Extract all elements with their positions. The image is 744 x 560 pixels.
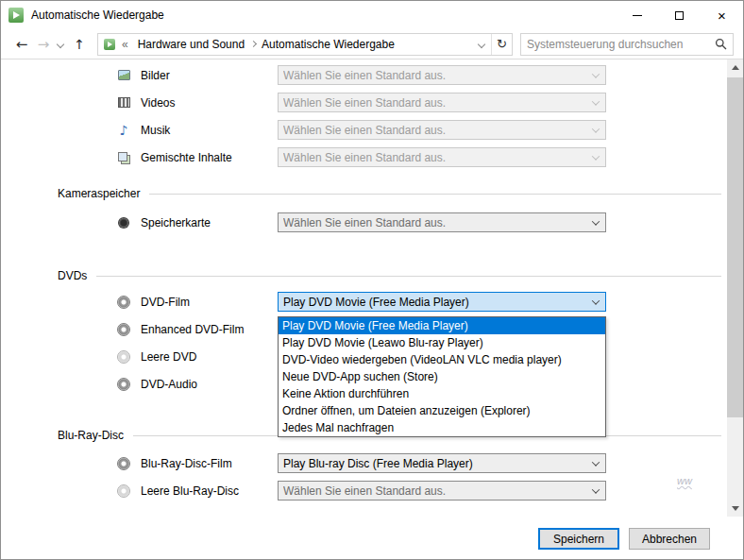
dropdown-option-nachfragen[interactable]: Jedes Mal nachfragen: [279, 419, 605, 436]
cancel-button[interactable]: Abbrechen: [629, 528, 710, 550]
minimize-icon: [633, 15, 642, 16]
forward-button[interactable]: →: [33, 36, 54, 53]
address-dropdown-button[interactable]: [472, 34, 491, 55]
dropdown-option-play-dvd-free-media-player[interactable]: Play DVD Movie (Free Media Player): [279, 317, 605, 334]
row-videos: Videos Wählen Sie einen Standard aus.: [1, 89, 729, 116]
chevron-down-icon: [588, 461, 602, 467]
dvd-audio-icon: [116, 377, 131, 392]
chevron-shape: [591, 152, 599, 160]
address-bar[interactable]: « Hardware und Sound Automatische Wieder…: [97, 33, 513, 56]
chevron-down-icon: [588, 488, 602, 494]
dropdown-option-store-app[interactable]: Neue DVD-App suchen (Store): [279, 368, 605, 385]
blank-blu-ray-icon-shape: [117, 484, 130, 498]
chevron-right-icon: [250, 41, 257, 47]
row-label: Bilder: [141, 69, 170, 82]
maximize-icon: [675, 11, 684, 20]
chevron-down-icon: [478, 40, 485, 47]
watermark: ww: [677, 475, 692, 486]
refresh-button[interactable]: ↻: [491, 34, 512, 55]
breadcrumb-separator-icon[interactable]: [248, 42, 258, 46]
combo-value: Wählen Sie einen Standard aus.: [283, 69, 588, 82]
chevron-shape: [591, 97, 599, 105]
breadcrumb-overflow-icon[interactable]: «: [122, 38, 128, 51]
chevron-down-icon: [588, 299, 602, 305]
breadcrumb: « Hardware und Sound Automatische Wieder…: [98, 34, 472, 55]
row-label: Gemischte Inhalte: [141, 151, 232, 164]
section-title: Blu-Ray-Disc: [58, 429, 124, 442]
dropdown-option-play-dvd-leawo[interactable]: Play DVD Movie (Leawo Blu-ray Player): [279, 334, 605, 351]
search-box[interactable]: [520, 33, 734, 56]
footer-button-bar: Speichern Abbrechen: [1, 517, 743, 560]
minimize-button[interactable]: [616, 1, 658, 29]
blu-ray-icon: [116, 456, 131, 471]
dvd-film-dropdown-list: Play DVD Movie (Free Media Player) Play …: [278, 316, 606, 437]
memory-card-icon-shape: [118, 217, 129, 229]
row-label: Blu-Ray-Disc-Film: [141, 457, 232, 470]
combo-value: Wählen Sie einen Standard aus.: [283, 216, 588, 229]
breadcrumb-automatische-wiedergabe[interactable]: Automatische Wiedergabe: [258, 38, 398, 51]
combo-value: Play DVD Movie (Free Media Player): [283, 296, 588, 309]
chevron-down-icon: [588, 155, 602, 161]
dropdown-option-keine-aktion[interactable]: Keine Aktion durchführen: [279, 385, 605, 402]
combo-value: Wählen Sie einen Standard aus.: [283, 151, 588, 164]
window-title: Automatische Wiedergabe: [31, 8, 164, 22]
chevron-down-icon: [57, 40, 64, 47]
section-divider: [149, 194, 721, 195]
autoplay-settings-panel: Bilder Wählen Sie einen Standard aus. Vi…: [1, 59, 743, 517]
blank-blu-ray-icon: [116, 484, 131, 499]
combo-value: Wählen Sie einen Standard aus.: [283, 124, 588, 137]
settings-list: Bilder Wählen Sie einen Standard aus. Vi…: [1, 59, 729, 504]
history-dropdown-button[interactable]: [54, 42, 67, 47]
window-controls: ×: [616, 1, 743, 29]
blu-ray-icon-shape: [117, 457, 130, 470]
leere-blu-ray-disc-select[interactable]: Wählen Sie einen Standard aus.: [278, 481, 606, 501]
up-button[interactable]: ↑: [67, 37, 92, 52]
videos-default-select[interactable]: Wählen Sie einen Standard aus.: [278, 93, 606, 112]
scroll-down-button[interactable]: [727, 501, 743, 517]
section-title: Kameraspeicher: [58, 187, 140, 200]
blank-dvd-icon-shape: [117, 350, 130, 364]
search-input[interactable]: [527, 38, 715, 51]
row-label: Musik: [141, 124, 170, 137]
chevron-shape: [591, 485, 599, 493]
scrollbar-thumb[interactable]: [727, 77, 743, 417]
breadcrumb-hardware-und-sound[interactable]: Hardware und Sound: [134, 38, 248, 51]
title-bar: Automatische Wiedergabe ×: [1, 1, 743, 29]
row-bilder: Bilder Wählen Sie einen Standard aus.: [1, 61, 729, 89]
speicherkarte-default-select[interactable]: Wählen Sie einen Standard aus.: [278, 212, 606, 232]
row-label: DVD-Audio: [141, 378, 197, 391]
back-button[interactable]: ←: [10, 36, 33, 53]
section-title: DVDs: [58, 269, 87, 282]
row-speicherkarte: Speicherkarte Wählen Sie einen Standard …: [1, 209, 729, 236]
autoplay-mini-icon: [104, 39, 115, 50]
enhanced-dvd-icon-shape: [117, 323, 130, 336]
section-kameraspeicher: Kameraspeicher: [1, 184, 729, 203]
search-icon[interactable]: [715, 38, 727, 50]
save-button[interactable]: Speichern: [538, 528, 619, 550]
autoplay-window: Automatische Wiedergabe × ← → ↑ « Hardwa…: [0, 0, 744, 560]
mixed-content-icon-shape: [118, 152, 127, 161]
chevron-shape: [591, 125, 599, 132]
mixed-content-icon: [116, 150, 131, 165]
scroll-up-button[interactable]: [727, 59, 743, 76]
combo-value: Wählen Sie einen Standard aus.: [283, 484, 588, 498]
dvd-film-select[interactable]: Play DVD Movie (Free Media Player): [278, 292, 606, 312]
row-leere-blu-ray-disc: Leere Blu-Ray-Disc Wählen Sie einen Stan…: [1, 477, 729, 504]
navigation-bar: ← → ↑ « Hardware und Sound Automatische …: [1, 29, 743, 59]
pictures-icon: [116, 68, 131, 83]
chevron-down-icon: [588, 127, 602, 133]
blu-ray-disc-film-select[interactable]: Play Blu-ray Disc (Free Media Player): [278, 453, 606, 473]
dropdown-option-vlc[interactable]: DVD-Video wiedergeben (VideoLAN VLC medi…: [279, 351, 605, 368]
close-button[interactable]: ×: [701, 1, 743, 29]
gemischte-inhalte-default-select[interactable]: Wählen Sie einen Standard aus.: [278, 147, 606, 167]
musik-default-select[interactable]: Wählen Sie einen Standard aus.: [278, 120, 606, 140]
triangle-down-icon: [732, 506, 739, 511]
chevron-down-icon: [588, 100, 602, 106]
row-label: DVD-Film: [141, 296, 190, 309]
vertical-scrollbar[interactable]: [727, 59, 743, 517]
dropdown-option-explorer[interactable]: Ordner öffnen, um Dateien anzuzeigen (Ex…: [279, 402, 605, 419]
bilder-default-select[interactable]: Wählen Sie einen Standard aus.: [278, 65, 606, 85]
maximize-button[interactable]: [658, 1, 701, 29]
row-label: Leere DVD: [141, 350, 196, 364]
triangle-up-icon: [732, 65, 739, 70]
